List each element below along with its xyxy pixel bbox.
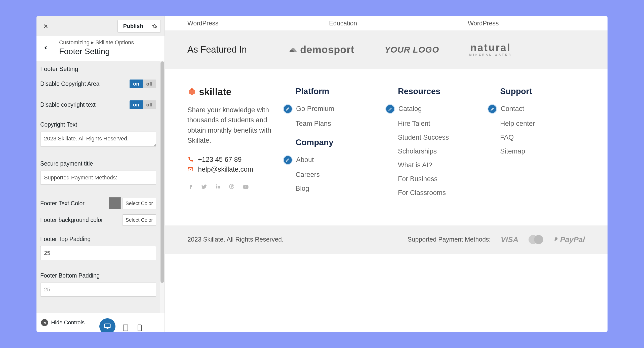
preview-tags-row: WordPress Education WordPress	[165, 16, 608, 30]
mobile-icon[interactable]	[136, 324, 144, 332]
featured-title: As Featured In	[187, 44, 258, 55]
breadcrumb-row: Customizing ▸ Skillate Options Footer Se…	[36, 36, 165, 61]
link-sitemap[interactable]: Sitemap	[500, 147, 585, 155]
platform-heading: Platform	[296, 87, 380, 96]
link-about[interactable]: About	[296, 155, 380, 165]
tag-item: Education	[329, 20, 357, 27]
link-hire-talent[interactable]: Hire Talent	[398, 120, 483, 128]
tablet-icon[interactable]	[122, 324, 130, 332]
footer-text-color-label: Footer Text Color	[40, 200, 85, 207]
link-faq[interactable]: FAQ	[500, 134, 585, 141]
link-contact[interactable]: Contact	[500, 104, 585, 114]
footer-bg-color-row: Footer background color Select Color	[36, 212, 160, 228]
email-line[interactable]: help@skillate.com	[187, 166, 278, 173]
resources-heading: Resources	[398, 87, 483, 96]
link-student-success[interactable]: Student Success	[398, 134, 483, 141]
paypal-logo: PayPal	[553, 235, 585, 244]
scrollbar-thumb[interactable]	[160, 61, 164, 283]
pinterest-icon[interactable]	[229, 183, 235, 189]
wave-icon	[288, 45, 298, 55]
breadcrumb-texts: Customizing ▸ Skillate Options Footer Se…	[55, 39, 134, 56]
footer-about-column: skillate Share your knowledge with thous…	[187, 87, 278, 203]
link-for-classrooms[interactable]: For Classrooms	[398, 189, 483, 197]
svg-rect-1	[123, 325, 128, 331]
publish-settings-button[interactable]	[149, 20, 160, 32]
sidebar-topbar: Publish	[36, 16, 165, 36]
desktop-device-button[interactable]	[99, 318, 115, 332]
color-swatch	[109, 197, 121, 209]
link-catalog[interactable]: Catalog	[398, 104, 483, 114]
edit-shortcut-icon[interactable]	[385, 104, 395, 114]
svg-rect-2	[138, 325, 141, 331]
edit-shortcut-icon[interactable]	[283, 104, 293, 114]
link-team-plans[interactable]: Team Plans	[296, 120, 380, 128]
featured-band: As Featured In demosport YOUR LOGO natur…	[165, 30, 608, 69]
footer-bar: 2023 Skillate. All Rights Reserved. Supp…	[165, 225, 608, 254]
disable-copyright-text-row: Disable copyright text on off	[36, 97, 160, 113]
link-blog[interactable]: Blog	[296, 185, 380, 192]
panel-scroll: Footer Setting Disable Copyright Area on…	[36, 61, 160, 332]
phone-icon	[187, 157, 193, 163]
skillate-logo: skillate	[187, 87, 278, 97]
footer-text-color-row: Footer Text Color Select Color	[36, 195, 160, 212]
visa-logo: VISA	[501, 235, 518, 244]
disable-copyright-text-label: Disable copyright text	[40, 101, 96, 108]
link-careers[interactable]: Careers	[296, 171, 380, 179]
link-help-center[interactable]: Help center	[500, 120, 585, 128]
payment-group: Supported Payment Methods: VISA PayPal	[408, 235, 585, 244]
tag-item: WordPress	[468, 20, 499, 27]
hide-controls-label: Hide Controls	[51, 319, 85, 326]
link-scholarships[interactable]: Scholarships	[398, 147, 483, 155]
brand-logo-natural: natural MINERAL WATER	[469, 44, 512, 56]
select-color-button[interactable]: Select Color	[122, 198, 156, 209]
facebook-icon[interactable]	[187, 183, 193, 189]
scrollbar-track[interactable]	[160, 61, 165, 332]
secure-payment-input[interactable]	[40, 171, 156, 185]
envelope-icon	[187, 166, 193, 172]
edit-shortcut-icon[interactable]	[488, 104, 497, 114]
svg-point-3	[191, 88, 193, 90]
toggle-on: on	[130, 80, 143, 88]
copyright-text-field: Copyright Text 2023 Skillate. All Rights…	[36, 118, 160, 151]
twitter-icon[interactable]	[201, 183, 208, 190]
copyright-text-label: Copyright Text	[40, 121, 156, 128]
mastercard-logo	[529, 235, 543, 244]
disable-copyright-area-toggle[interactable]: on off	[130, 80, 156, 88]
email-text: help@skillate.com	[198, 166, 253, 173]
chevron-left-icon	[43, 45, 49, 51]
linkedin-icon[interactable]	[215, 183, 221, 189]
skillate-mark-icon	[187, 87, 196, 96]
footer-bottom-padding-field: Footer Bottom Padding	[36, 269, 160, 300]
link-for-business[interactable]: For Business	[398, 175, 483, 183]
section-title: Footer Setting	[36, 61, 160, 76]
hide-controls-button[interactable]: ◄ Hide Controls	[41, 319, 85, 326]
customizer-sidebar: Publish Customizing ▸ Skillate Options F…	[36, 16, 165, 332]
disable-copyright-area-row: Disable Copyright Area on off	[36, 76, 160, 92]
toggle-off: off	[143, 80, 156, 88]
copyright-text-input[interactable]: 2023 Skillate. All Rights Reserved.	[40, 132, 156, 147]
support-heading: Support	[500, 87, 585, 96]
publish-button[interactable]: Publish	[118, 20, 149, 32]
select-color-button[interactable]: Select Color	[122, 214, 156, 226]
close-button[interactable]	[36, 16, 55, 36]
youtube-icon[interactable]	[242, 183, 249, 190]
paypal-icon	[553, 236, 559, 243]
phone-line[interactable]: +123 45 67 89	[187, 156, 278, 164]
footer-top-padding-input[interactable]	[40, 246, 156, 260]
company-heading: Company	[296, 138, 380, 147]
back-button[interactable]	[36, 39, 55, 56]
gear-icon	[152, 23, 157, 29]
link-go-premium[interactable]: Go Premium	[296, 104, 380, 114]
footer-resources-column: Resources Catalog Hire Talent Student Su…	[398, 87, 483, 203]
footer-bg-color-picker[interactable]: Select Color	[122, 214, 156, 226]
brand-logo-demosport: demosport	[288, 44, 354, 55]
footer-bg-color-label: Footer background color	[40, 217, 103, 223]
desktop-icon	[104, 323, 111, 330]
disable-copyright-text-toggle[interactable]: on off	[130, 100, 156, 109]
device-icons	[99, 318, 144, 332]
footer-text-color-picker[interactable]: Select Color	[109, 197, 156, 209]
edit-shortcut-icon[interactable]	[283, 155, 293, 165]
breadcrumb-title: Footer Setting	[59, 47, 134, 56]
link-what-is-ai[interactable]: What is AI?	[398, 161, 483, 169]
footer-bottom-padding-input[interactable]	[40, 283, 156, 297]
